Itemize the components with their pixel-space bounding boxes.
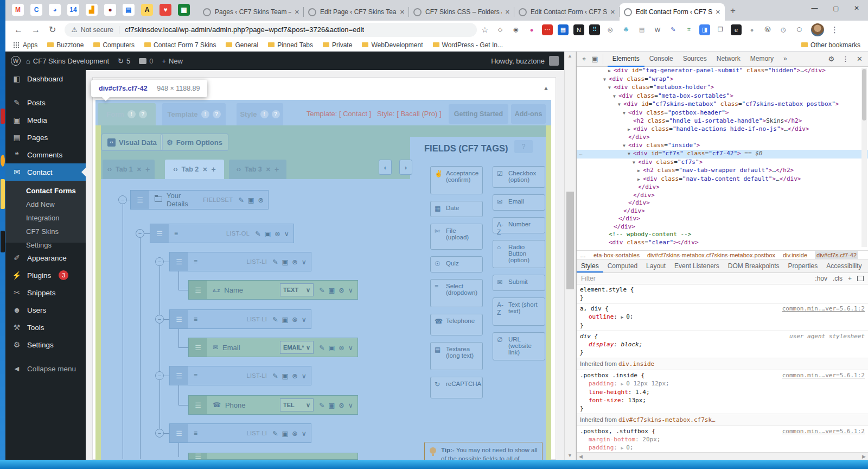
dom-line[interactable]: </div>: [577, 183, 868, 192]
drag-handle[interactable]: ☰: [131, 191, 149, 209]
styles-hscrollbar[interactable]: ◀▶: [577, 452, 868, 460]
tab-close-icon[interactable]: ✕: [716, 9, 720, 16]
field-button-textarea[interactable]: ▤Textarea (long text): [430, 342, 483, 370]
sidebar-item-pages[interactable]: ▤Pages: [5, 129, 86, 146]
tab-close-icon[interactable]: ✕: [505, 9, 510, 16]
browser-tab[interactable]: CF7 Skins CSS – Folders & File✕: [409, 3, 514, 21]
duplicate-icon[interactable]: ▣: [282, 372, 289, 380]
form-tab-1[interactable]: ‹›Tab 1✕+: [103, 160, 155, 179]
page-scrollbar[interactable]: ▲ ▼: [564, 52, 576, 460]
dom-line[interactable]: ▶<div id="tag-generator-panel-submit" cl…: [577, 67, 868, 75]
filter-input[interactable]: Filter: [581, 275, 596, 282]
security-label[interactable]: Not secure: [81, 26, 113, 34]
maximize-icon[interactable]: ▢: [833, 5, 839, 12]
extension-react-icon[interactable]: ❋: [621, 24, 631, 35]
sidebar-item-comments[interactable]: ❝Comments: [5, 146, 86, 163]
dom-line[interactable]: ▼<div id="cf7skins-metabox" class="cf7sk…: [577, 100, 868, 109]
tab-add-icon[interactable]: +: [145, 165, 150, 174]
css-rule[interactable]: common.min.…ver=5.6.1:2.postbox .inside …: [577, 370, 868, 414]
inspect-element-icon[interactable]: ⌖: [582, 55, 586, 64]
close-icon[interactable]: ✕: [854, 4, 859, 12]
apps-grid-icon[interactable]: [13, 42, 20, 48]
collapse-node-icon[interactable]: −: [136, 229, 144, 238]
layout-pane-icon[interactable]: [857, 276, 864, 281]
edit-icon[interactable]: ✎: [319, 401, 324, 409]
extension-blue-grid-icon[interactable]: ▦: [558, 24, 569, 35]
devtools-tab-network[interactable]: Network: [712, 52, 745, 67]
tab-close-icon[interactable]: ✕: [295, 9, 299, 16]
tab-add-icon[interactable]: +: [212, 165, 216, 174]
account-area[interactable]: Howdy, buzztone: [491, 56, 564, 66]
css-property[interactable]: line-height: 1.4;: [580, 388, 865, 396]
extension-blue-box-icon[interactable]: ◨: [699, 24, 710, 35]
bookmark-item[interactable]: WordPress - Get In...: [442, 41, 503, 49]
devtools-tab-sources[interactable]: Sources: [678, 52, 712, 67]
devtools-menu-icon[interactable]: ⋮: [842, 55, 849, 63]
drag-handle[interactable]: ☰: [170, 252, 188, 271]
browser-tab[interactable]: Pages ‹ CF7 Skins Team — Wo✕: [199, 3, 304, 21]
inherited-node-link[interactable]: div.inside: [618, 360, 654, 367]
submenu-item-integration[interactable]: Integration: [5, 211, 86, 225]
wordpress-logo-icon[interactable]: W: [11, 56, 21, 66]
tab-add-ons[interactable]: Add-ons: [511, 104, 546, 124]
scroll-up-icon[interactable]: ▲: [567, 53, 572, 59]
dom-line[interactable]: ▶<div class="handle-actions hide-if-no-j…: [577, 125, 868, 134]
extension-puzzle-icon[interactable]: ⬡: [794, 24, 805, 35]
chevron-down-icon[interactable]: ∨: [348, 344, 353, 352]
extension-wordpress-icon[interactable]: W: [652, 24, 663, 35]
pinned-tab-c-logo[interactable]: C: [30, 4, 42, 16]
extension-shield-icon[interactable]: ◇: [495, 24, 506, 35]
filter-toggle-hov[interactable]: :hov: [815, 275, 827, 282]
bookmark-item[interactable]: Private: [332, 41, 352, 49]
delete-icon[interactable]: ⊗: [339, 344, 344, 352]
extension-gradient-circle-icon[interactable]: ●: [526, 24, 537, 35]
tab-getting-started[interactable]: Getting Started: [449, 104, 508, 124]
dom-line[interactable]: <!-- wpbody-content -->: [577, 231, 868, 239]
scrollbar-thumb[interactable]: [566, 192, 574, 289]
field-button-select[interactable]: ≡Select (dropdown): [430, 279, 483, 307]
breadcrumb-item[interactable]: div#cf7skins-metabox.cf7skins-metabox.po…: [647, 252, 775, 258]
postbox-collapse-icon[interactable]: ▲: [543, 85, 549, 91]
extension-pages-icon[interactable]: ❒: [715, 24, 726, 35]
collapse-node-icon[interactable]: −: [118, 195, 127, 204]
extension-pen-icon[interactable]: ✎: [668, 24, 679, 35]
devtools-close-icon[interactable]: ✕: [857, 55, 863, 63]
extension-dark-n-icon[interactable]: N: [573, 24, 584, 35]
sidebar-item-media[interactable]: ▣Media: [5, 111, 86, 129]
css-property[interactable]: font-size: 13px;: [580, 396, 865, 404]
duplicate-icon[interactable]: ▣: [265, 230, 271, 238]
extension-camera-icon[interactable]: ◉: [510, 24, 521, 35]
chevron-down-icon[interactable]: ∨: [284, 230, 289, 238]
css-property[interactable]: margin-bottom: 20px;: [580, 435, 865, 443]
tree-row-list-ol[interactable]: ☰≡LIST-OL✎▣⊗∨: [150, 224, 294, 243]
tab-template[interactable]: Template!?: [162, 103, 226, 125]
pinned-tab-heart-red[interactable]: ♥: [159, 4, 171, 16]
edit-icon[interactable]: ✎: [272, 315, 278, 324]
browser-tab[interactable]: Edit Contact Form ‹ CF7 Skins✕: [514, 3, 620, 21]
filter-toggle-[interactable]: +: [848, 275, 852, 282]
dom-line[interactable]: ▶<div class="nav-tab-content default">…<…: [577, 175, 868, 184]
sidebar-item-appearance[interactable]: ✐Appearance: [5, 249, 86, 267]
edit-icon[interactable]: ✎: [272, 372, 278, 380]
field-button-radio[interactable]: ○Radio Button (option): [493, 240, 545, 268]
filter-toggle-cls[interactable]: .cls: [833, 275, 843, 282]
site-name[interactable]: ⌂CF7 Skins Development: [26, 57, 109, 65]
form-tab-2[interactable]: ‹›Tab 2✕+: [165, 160, 224, 179]
settings-gear-icon[interactable]: ⚙: [828, 55, 834, 63]
tab-delete-icon[interactable]: ✕: [202, 166, 207, 173]
extension-gray-circle-icon[interactable]: ●: [746, 24, 757, 35]
dom-line[interactable]: ▼<div class="cf7s">: [577, 159, 868, 167]
dom-line[interactable]: ▼<div class="meta-box-sortables">: [577, 92, 868, 101]
tree-row-partial[interactable]: ☰: [188, 453, 358, 460]
bookmark-item[interactable]: Pinned Tabs: [277, 41, 313, 49]
css-rule[interactable]: common.min.…ver=5.6.1:2.postbox, .stuffb…: [577, 426, 868, 452]
chevron-down-icon[interactable]: ∨: [348, 401, 353, 409]
tree-row-list-li[interactable]: ☰≡LIST-LI✎▣⊗∨: [169, 252, 311, 271]
alert-badge[interactable]: !: [201, 110, 209, 118]
sidebar-item-users[interactable]: ☻Users: [5, 301, 86, 319]
duplicate-icon[interactable]: ▣: [282, 315, 289, 324]
edit-icon[interactable]: ✎: [238, 196, 244, 204]
duplicate-icon[interactable]: ▣: [282, 429, 289, 438]
edit-icon[interactable]: ✎: [255, 230, 260, 238]
help-badge[interactable]: ?: [139, 110, 147, 118]
